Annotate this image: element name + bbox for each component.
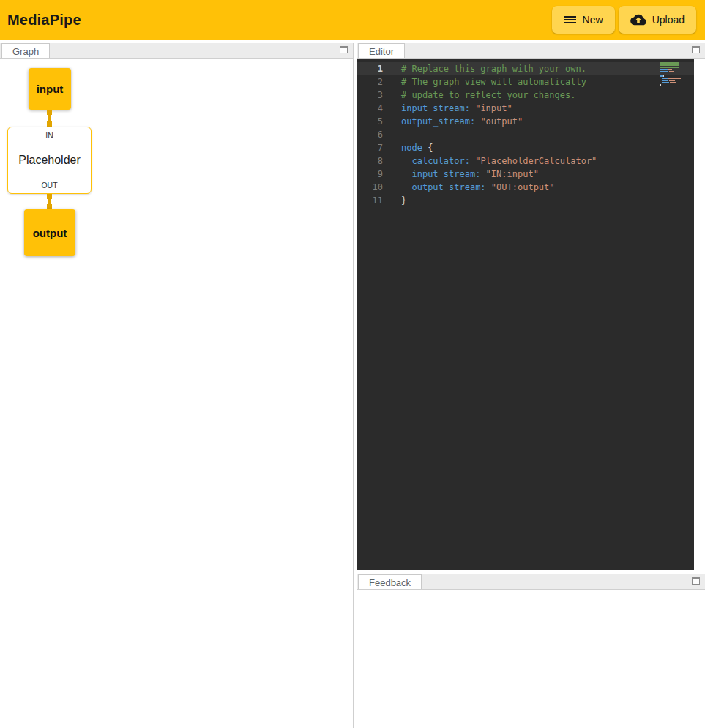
tab-graph[interactable]: Graph [1,43,50,58]
line-number: 2 [357,75,383,89]
cloud-upload-icon [630,13,646,26]
app-header: MediaPipe New Upload [0,0,705,40]
graph-panel: Graph input IN Placeholder OUT output [0,43,354,728]
line-number: 1 [357,62,383,75]
line-number: 4 [357,102,383,115]
code-line[interactable]: 10 output_stream: "OUT:output" [357,181,694,194]
input-port-label: IN [45,131,53,140]
feedback-tab-bar: Feedback [357,574,705,590]
output-port-label: OUT [41,181,57,189]
editor-wrap: 1# Replace this graph with your own.2# T… [357,59,705,570]
minimap[interactable] [660,62,690,86]
edge-port-square [47,121,52,127]
line-number: 6 [357,128,383,141]
graph-popout-icon[interactable] [340,46,348,53]
code-line[interactable]: 11} [357,194,694,207]
code-lines: 1# Replace this graph with your own.2# T… [357,62,694,207]
code-line[interactable]: 8 calculator: "PlaceholderCalculator" [357,154,694,168]
feedback-body [357,590,705,728]
code-line[interactable]: 6 [357,128,694,141]
graph-node-output[interactable]: output [24,209,75,256]
line-number: 8 [357,154,383,168]
graph-node-input[interactable]: input [29,68,71,110]
graph-tab-bar: Graph [0,43,353,59]
line-number: 5 [357,115,383,128]
calculator-label: Placeholder [18,154,81,167]
upload-button[interactable]: Upload [619,6,696,34]
line-number: 9 [357,168,383,181]
tab-editor[interactable]: Editor [358,43,405,58]
main-area: Graph input IN Placeholder OUT output [0,40,705,728]
code-editor[interactable]: 1# Replace this graph with your own.2# T… [357,59,694,570]
edge-port-square [47,204,52,209]
edge-port-square [47,110,52,115]
graph-node-output-label: output [33,227,67,239]
tab-feedback[interactable]: Feedback [358,574,422,589]
menu-lines-icon [564,14,577,26]
editor-popout-icon[interactable] [692,46,700,53]
header-buttons: New Upload [552,6,696,34]
code-line[interactable]: 3# update to reflect your changes. [357,89,694,102]
upload-button-label: Upload [652,14,685,26]
editor-tab-bar: Editor [357,43,705,59]
line-number: 7 [357,141,383,154]
editor-scrollbar-gutter[interactable] [694,59,705,570]
editor-panel: Editor 1# Replace this graph with your o… [357,43,705,570]
graph-node-placeholder[interactable]: IN Placeholder OUT [7,127,92,194]
feedback-popout-icon[interactable] [692,577,700,585]
code-line[interactable]: 5output_stream: "output" [357,115,694,128]
line-number: 11 [357,194,383,207]
edge-port-square [47,194,52,199]
right-column: Editor 1# Replace this graph with your o… [357,43,705,728]
line-number: 10 [357,181,383,194]
code-line[interactable]: 1# Replace this graph with your own. [357,62,694,75]
code-line[interactable]: 4input_stream: "input" [357,102,694,115]
graph-node-input-label: input [37,83,64,95]
new-button[interactable]: New [552,6,615,34]
line-number: 3 [357,89,383,102]
code-line[interactable]: 2# The graph view will automatically [357,75,694,89]
feedback-panel: Feedback [357,574,705,728]
app-title: MediaPipe [7,12,81,29]
code-line[interactable]: 9 input_stream: "IN:input" [357,168,694,181]
code-line[interactable]: 7node { [357,141,694,154]
new-button-label: New [583,14,603,26]
graph-canvas[interactable]: input IN Placeholder OUT output [0,59,353,728]
